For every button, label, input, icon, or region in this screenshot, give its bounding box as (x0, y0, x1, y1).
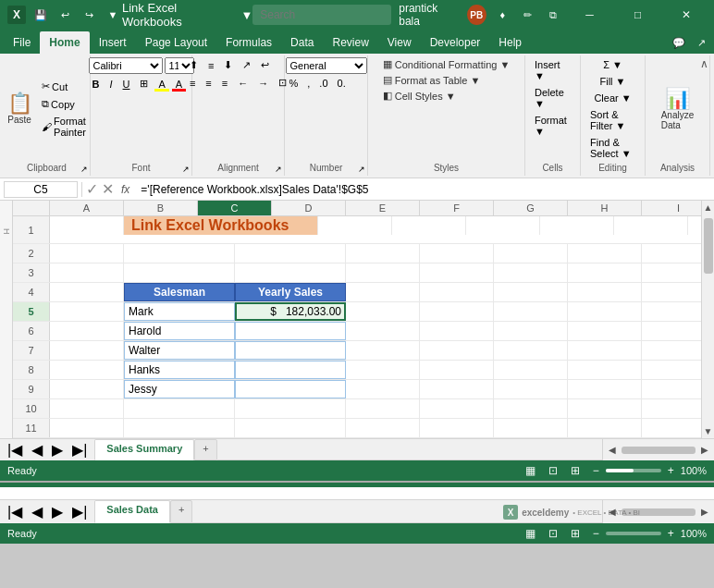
undo-btn[interactable]: ↩ (55, 6, 74, 24)
pen-icon[interactable]: ✏ (519, 6, 536, 24)
cell-b2[interactable] (124, 244, 235, 263)
bottom-sheet-next-btn[interactable]: ▶ (48, 501, 67, 522)
cell-c4[interactable]: Yearly Sales (235, 283, 346, 301)
cell-a8[interactable] (50, 361, 124, 379)
tab-file[interactable]: File (4, 31, 40, 54)
cell-g7[interactable] (568, 341, 642, 360)
bottom-sheet-last-btn[interactable]: ▶| (68, 501, 91, 522)
cell-c9[interactable] (235, 380, 346, 398)
cell-h8[interactable] (642, 361, 701, 379)
row-header-2[interactable]: 2 (13, 244, 50, 263)
cell-g3[interactable] (568, 263, 642, 282)
cell-f4[interactable] (494, 283, 568, 301)
cell-d4[interactable] (346, 283, 420, 301)
paste-button[interactable]: 📋 Paste (3, 91, 36, 128)
cell-g2[interactable] (568, 244, 642, 263)
wrap-text-button[interactable]: ↩ (257, 57, 273, 73)
cell-f7[interactable] (494, 341, 568, 360)
col-header-e[interactable]: E (346, 201, 420, 215)
cell-b10[interactable] (124, 399, 235, 418)
avatar[interactable]: PB (467, 5, 486, 25)
analyze-data-button[interactable]: 📊 AnalyzeData (657, 86, 699, 133)
cell-h10[interactable] (642, 399, 701, 418)
number-expand[interactable]: ↗ (358, 165, 365, 174)
cell-g8[interactable] (568, 361, 642, 379)
format-cells-button[interactable]: Format ▼ (531, 113, 574, 139)
customize-btn[interactable]: ▼ (104, 6, 122, 24)
scroll-down-btn[interactable]: ▼ (702, 424, 714, 438)
share-btn[interactable]: ↗ (692, 33, 710, 52)
cell-g6[interactable] (568, 322, 642, 340)
cell-c11[interactable] (235, 419, 346, 437)
number-format-select[interactable]: General (286, 57, 367, 74)
check-icon[interactable]: ✓ (86, 180, 98, 198)
cell-reference-input[interactable] (4, 181, 78, 198)
italic-button[interactable]: I (105, 77, 116, 92)
scroll-left-btn[interactable]: ◀ (607, 443, 618, 457)
cell-b6[interactable]: Harold (124, 322, 235, 340)
fill-button[interactable]: Fill ▼ (597, 74, 630, 89)
cell-h6[interactable] (642, 322, 701, 340)
zoom-slider[interactable] (606, 469, 661, 472)
cell-a10[interactable] (50, 399, 124, 418)
cell-f11[interactable] (494, 419, 568, 437)
formula-input[interactable] (137, 183, 710, 196)
cell-c10[interactable] (235, 399, 346, 418)
cell-g4[interactable] (568, 283, 642, 301)
scroll-right-btn[interactable]: ▶ (699, 443, 710, 457)
clipboard-expand[interactable]: ↗ (80, 165, 88, 174)
cell-b1[interactable]: Link Excel Workbooks (124, 216, 318, 235)
cell-b9[interactable]: Jessy (124, 380, 235, 398)
normal-view-btn[interactable]: ▦ (523, 463, 538, 478)
cell-a4[interactable] (50, 283, 124, 301)
format-as-table-button[interactable]: ▤ Format as Table ▼ (379, 73, 514, 87)
cell-e8[interactable] (420, 361, 494, 379)
cell-g10[interactable] (568, 399, 642, 418)
restore-icon[interactable]: ⧉ (544, 6, 561, 24)
cell-d11[interactable] (346, 419, 420, 437)
cell-h7[interactable] (642, 341, 701, 360)
corner-cell[interactable] (13, 201, 50, 215)
tab-developer[interactable]: Developer (421, 31, 490, 54)
cell-a7[interactable] (50, 341, 124, 360)
cell-f9[interactable] (494, 380, 568, 398)
font-color-button[interactable]: A (172, 77, 186, 92)
cell-f6[interactable] (494, 322, 568, 340)
zoom-out-btn[interactable]: − (590, 463, 602, 478)
format-painter-button[interactable]: 🖌 Format Painter (38, 114, 91, 140)
row-header-8[interactable]: 8 (13, 361, 50, 379)
col-header-d[interactable]: D (272, 201, 346, 215)
percent-button[interactable]: % (286, 76, 302, 91)
cell-g1[interactable] (540, 216, 614, 235)
copy-button[interactable]: ⧉ Copy (38, 96, 91, 112)
cell-c6[interactable] (235, 322, 346, 340)
cell-h1[interactable] (614, 216, 688, 235)
sort-filter-button[interactable]: Sort & Filter ▼ (586, 107, 639, 133)
tab-page-layout[interactable]: Page Layout (136, 31, 216, 54)
cell-a11[interactable] (50, 419, 124, 437)
row-header-5[interactable]: 5 (13, 302, 50, 321)
cell-d5[interactable] (346, 302, 420, 321)
cell-a1[interactable] (50, 216, 124, 235)
row-header-7[interactable]: 7 (13, 341, 50, 360)
col-header-a[interactable]: A (50, 201, 124, 215)
tab-insert[interactable]: Insert (90, 31, 136, 54)
cell-e4[interactable] (420, 283, 494, 301)
cell-e2[interactable] (420, 244, 494, 263)
cell-d9[interactable] (346, 380, 420, 398)
page-layout-view-btn[interactable]: ⊡ (546, 463, 560, 478)
sheet-first-btn[interactable]: |◀ (4, 439, 26, 460)
cell-f5[interactable] (494, 302, 568, 321)
cell-h2[interactable] (642, 244, 701, 263)
alignment-expand[interactable]: ↗ (275, 165, 282, 174)
cell-f2[interactable] (494, 244, 568, 263)
cell-e10[interactable] (420, 399, 494, 418)
bottom-zoom-slider[interactable] (606, 532, 661, 535)
indent-decrease-button[interactable]: ← (234, 75, 252, 91)
dropdown-arrow[interactable]: ▼ (240, 8, 252, 22)
cell-f3[interactable] (494, 263, 568, 282)
tab-formulas[interactable]: Formulas (216, 31, 281, 54)
align-left-button[interactable]: ≡ (186, 75, 199, 91)
row-header-3[interactable]: 3 (13, 263, 50, 282)
cell-d8[interactable] (346, 361, 420, 379)
